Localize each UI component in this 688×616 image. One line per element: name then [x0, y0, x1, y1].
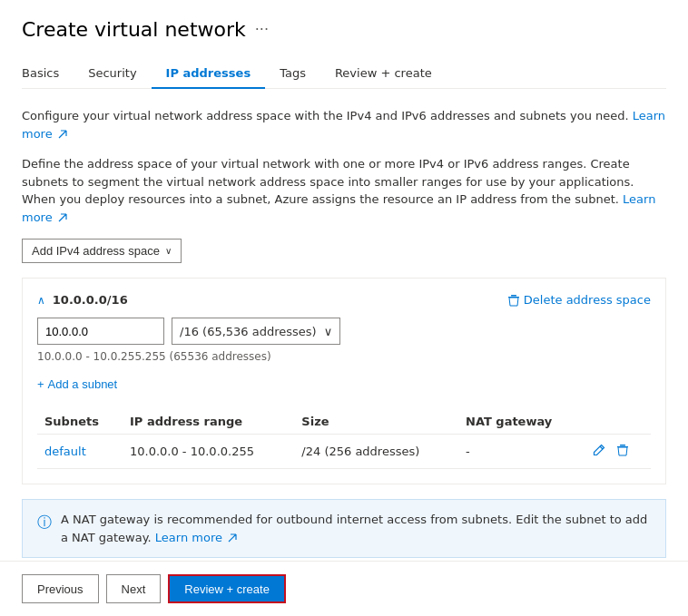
- address-space-cidr: 10.0.0.0/16: [53, 293, 128, 307]
- previous-button[interactable]: Previous: [22, 574, 99, 603]
- add-subnet-button[interactable]: + Add a subnet: [37, 374, 117, 395]
- action-cell: [584, 435, 651, 469]
- trash-icon: [507, 294, 520, 307]
- tab-review-create[interactable]: Review + create: [320, 59, 447, 89]
- next-button[interactable]: Next: [106, 574, 162, 603]
- col-header-ip-range: IP address range: [123, 409, 294, 435]
- address-input-row: /16 (65,536 addresses) ∨: [37, 318, 651, 345]
- col-header-size: Size: [294, 409, 458, 435]
- collapse-icon[interactable]: ∧: [37, 294, 45, 307]
- add-ipv4-button[interactable]: Add IPv4 address space ∨: [22, 239, 182, 263]
- info-text: A NAT gateway is recommended for outboun…: [61, 511, 651, 546]
- tab-ip-addresses[interactable]: IP addresses: [152, 59, 266, 89]
- col-header-actions: [584, 409, 651, 435]
- edit-subnet-button[interactable]: [591, 442, 607, 461]
- external-link-icon-2: [58, 213, 67, 222]
- subnets-table: Subnets IP address range Size NAT gatewa…: [37, 409, 651, 469]
- description-1: Configure your virtual network address s…: [22, 107, 666, 142]
- table-row: default 10.0.0.0 - 10.0.0.255 /24 (256 a…: [37, 435, 651, 469]
- description-2: Define the address space of your virtual…: [22, 155, 666, 226]
- nat-cell: -: [458, 435, 584, 469]
- review-create-button[interactable]: Review + create: [168, 574, 286, 603]
- chevron-down-icon: ∨: [165, 246, 172, 256]
- svg-rect-3: [620, 445, 625, 446]
- ip-range-cell: 10.0.0.0 - 10.0.0.255: [123, 435, 294, 469]
- svg-rect-1: [511, 295, 516, 297]
- size-cell: /24 (256 addresses): [294, 435, 458, 469]
- delete-address-space-link[interactable]: Delete address space: [507, 293, 651, 307]
- tab-tags[interactable]: Tags: [265, 59, 320, 89]
- address-space-container: ∧ 10.0.0.0/16 Delete address space /16 (…: [22, 278, 666, 484]
- footer-bar: Previous Next Review + create: [0, 561, 688, 616]
- cidr-dropdown[interactable]: /16 (65,536 addresses) ∨: [172, 318, 340, 345]
- tabs-nav: Basics Security IP addresses Tags Review…: [22, 59, 666, 89]
- external-link-icon-3: [228, 533, 237, 543]
- ellipsis-menu-icon[interactable]: ···: [255, 21, 269, 38]
- ip-address-input[interactable]: [37, 318, 164, 345]
- info-banner: ⓘ A NAT gateway is recommended for outbo…: [22, 499, 666, 558]
- learn-more-link-3[interactable]: Learn more: [155, 531, 237, 544]
- delete-icon: [616, 444, 629, 456]
- subnet-name-link[interactable]: default: [44, 445, 86, 458]
- plus-icon: +: [37, 377, 44, 391]
- pencil-icon: [593, 444, 605, 456]
- subnet-name-cell: default: [37, 435, 123, 469]
- dropdown-chevron-icon: ∨: [324, 325, 333, 338]
- external-link-icon-1: [58, 130, 67, 139]
- delete-subnet-button[interactable]: [614, 442, 631, 461]
- tab-basics[interactable]: Basics: [22, 59, 74, 89]
- page-title: Create virtual network: [22, 18, 246, 41]
- tab-security[interactable]: Security: [74, 59, 151, 89]
- range-hint: 10.0.0.0 - 10.0.255.255 (65536 addresses…: [37, 350, 651, 363]
- table-header-row: Subnets IP address range Size NAT gatewa…: [37, 409, 651, 435]
- col-header-subnets: Subnets: [37, 409, 123, 435]
- col-header-nat: NAT gateway: [458, 409, 584, 435]
- address-space-header: ∧ 10.0.0.0/16 Delete address space: [37, 293, 651, 307]
- info-icon: ⓘ: [37, 512, 52, 533]
